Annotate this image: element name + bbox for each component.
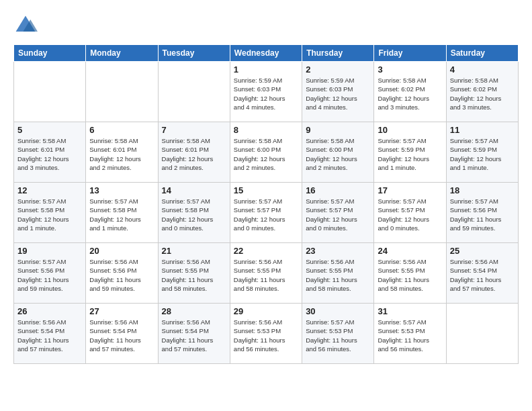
day-info: Sunrise: 5:56 AM Sunset: 5:55 PM Dayligh…: [162, 257, 226, 293]
day-number: 11: [450, 125, 515, 135]
calendar-day-9: 9Sunrise: 5:58 AM Sunset: 6:00 PM Daylig…: [302, 122, 374, 183]
day-info: Sunrise: 5:57 AM Sunset: 5:56 PM Dayligh…: [450, 197, 515, 232]
weekday-header-sunday: Sunday: [14, 45, 86, 62]
weekday-header-friday: Friday: [374, 45, 446, 62]
day-info: Sunrise: 5:58 AM Sunset: 6:02 PM Dayligh…: [378, 76, 442, 111]
calendar-day-13: 13Sunrise: 5:57 AM Sunset: 5:58 PM Dayli…: [86, 183, 158, 243]
weekday-header-thursday: Thursday: [302, 45, 374, 62]
calendar-empty-cell: [446, 304, 518, 364]
day-number: 18: [450, 185, 515, 195]
calendar-day-30: 30Sunrise: 5:57 AM Sunset: 5:53 PM Dayli…: [302, 304, 374, 364]
page-header: [13, 13, 519, 38]
day-number: 3: [378, 64, 442, 75]
calendar-empty-cell: [158, 62, 230, 122]
day-number: 19: [17, 246, 82, 256]
day-info: Sunrise: 5:57 AM Sunset: 5:57 PM Dayligh…: [234, 197, 298, 232]
calendar-day-22: 22Sunrise: 5:56 AM Sunset: 5:55 PM Dayli…: [230, 243, 302, 304]
day-info: Sunrise: 5:57 AM Sunset: 5:59 PM Dayligh…: [378, 136, 442, 172]
calendar-day-20: 20Sunrise: 5:56 AM Sunset: 5:56 PM Dayli…: [86, 243, 158, 304]
calendar-day-28: 28Sunrise: 5:56 AM Sunset: 5:54 PM Dayli…: [158, 304, 230, 364]
day-info: Sunrise: 5:59 AM Sunset: 6:03 PM Dayligh…: [306, 76, 370, 111]
day-info: Sunrise: 5:56 AM Sunset: 5:55 PM Dayligh…: [378, 257, 442, 293]
day-info: Sunrise: 5:58 AM Sunset: 6:02 PM Dayligh…: [450, 76, 515, 111]
day-info: Sunrise: 5:57 AM Sunset: 5:58 PM Dayligh…: [89, 197, 154, 232]
day-number: 15: [234, 185, 298, 195]
calendar-week-row: 12Sunrise: 5:57 AM Sunset: 5:58 PM Dayli…: [14, 183, 519, 243]
day-info: Sunrise: 5:57 AM Sunset: 5:53 PM Dayligh…: [306, 318, 370, 353]
calendar-week-row: 19Sunrise: 5:57 AM Sunset: 5:56 PM Dayli…: [14, 243, 519, 304]
day-number: 23: [306, 246, 370, 256]
weekday-header-row: SundayMondayTuesdayWednesdayThursdayFrid…: [14, 45, 519, 62]
day-info: Sunrise: 5:58 AM Sunset: 6:00 PM Dayligh…: [306, 136, 370, 172]
day-info: Sunrise: 5:57 AM Sunset: 5:56 PM Dayligh…: [17, 257, 82, 293]
day-info: Sunrise: 5:56 AM Sunset: 5:53 PM Dayligh…: [234, 318, 298, 353]
weekday-header-wednesday: Wednesday: [230, 45, 302, 62]
calendar-week-row: 5Sunrise: 5:58 AM Sunset: 6:01 PM Daylig…: [14, 122, 519, 183]
logo-icon: [13, 13, 38, 38]
day-info: Sunrise: 5:56 AM Sunset: 5:54 PM Dayligh…: [162, 318, 226, 353]
calendar-week-row: 1Sunrise: 5:59 AM Sunset: 6:03 PM Daylig…: [14, 62, 519, 122]
day-info: Sunrise: 5:56 AM Sunset: 5:54 PM Dayligh…: [450, 257, 515, 293]
calendar-empty-cell: [86, 62, 158, 122]
day-number: 10: [378, 125, 442, 135]
day-number: 22: [234, 246, 298, 256]
day-number: 17: [378, 185, 442, 195]
day-number: 1: [234, 64, 298, 75]
calendar-day-3: 3Sunrise: 5:58 AM Sunset: 6:02 PM Daylig…: [374, 62, 446, 122]
day-info: Sunrise: 5:57 AM Sunset: 5:59 PM Dayligh…: [450, 136, 515, 172]
calendar-day-12: 12Sunrise: 5:57 AM Sunset: 5:58 PM Dayli…: [14, 183, 86, 243]
day-number: 24: [378, 246, 442, 256]
calendar-table: SundayMondayTuesdayWednesdayThursdayFrid…: [13, 44, 519, 364]
day-info: Sunrise: 5:56 AM Sunset: 5:55 PM Dayligh…: [306, 257, 370, 293]
calendar-week-row: 26Sunrise: 5:56 AM Sunset: 5:54 PM Dayli…: [14, 304, 519, 364]
day-number: 26: [17, 306, 82, 316]
calendar-day-24: 24Sunrise: 5:56 AM Sunset: 5:55 PM Dayli…: [374, 243, 446, 304]
day-info: Sunrise: 5:57 AM Sunset: 5:58 PM Dayligh…: [162, 197, 226, 232]
day-number: 31: [378, 306, 442, 316]
calendar-day-14: 14Sunrise: 5:57 AM Sunset: 5:58 PM Dayli…: [158, 183, 230, 243]
calendar-day-16: 16Sunrise: 5:57 AM Sunset: 5:57 PM Dayli…: [302, 183, 374, 243]
day-info: Sunrise: 5:58 AM Sunset: 6:00 PM Dayligh…: [234, 136, 298, 172]
calendar-day-19: 19Sunrise: 5:57 AM Sunset: 5:56 PM Dayli…: [14, 243, 86, 304]
day-number: 28: [162, 306, 226, 316]
day-info: Sunrise: 5:58 AM Sunset: 6:01 PM Dayligh…: [17, 136, 82, 172]
day-number: 14: [162, 185, 226, 195]
day-number: 5: [17, 125, 82, 135]
day-number: 8: [234, 125, 298, 135]
day-number: 7: [162, 125, 226, 135]
day-info: Sunrise: 5:57 AM Sunset: 5:57 PM Dayligh…: [378, 197, 442, 232]
day-info: Sunrise: 5:57 AM Sunset: 5:57 PM Dayligh…: [306, 197, 370, 232]
calendar-day-8: 8Sunrise: 5:58 AM Sunset: 6:00 PM Daylig…: [230, 122, 302, 183]
calendar-day-27: 27Sunrise: 5:56 AM Sunset: 5:54 PM Dayli…: [86, 304, 158, 364]
logo: [13, 13, 40, 38]
day-info: Sunrise: 5:57 AM Sunset: 5:53 PM Dayligh…: [378, 318, 442, 353]
calendar-day-7: 7Sunrise: 5:58 AM Sunset: 6:01 PM Daylig…: [158, 122, 230, 183]
day-number: 20: [89, 246, 154, 256]
day-number: 16: [306, 185, 370, 195]
calendar-empty-cell: [14, 62, 86, 122]
day-number: 4: [450, 64, 515, 75]
calendar-day-11: 11Sunrise: 5:57 AM Sunset: 5:59 PM Dayli…: [446, 122, 518, 183]
day-number: 9: [306, 125, 370, 135]
weekday-header-saturday: Saturday: [446, 45, 518, 62]
calendar-day-5: 5Sunrise: 5:58 AM Sunset: 6:01 PM Daylig…: [14, 122, 86, 183]
calendar-day-25: 25Sunrise: 5:56 AM Sunset: 5:54 PM Dayli…: [446, 243, 518, 304]
calendar-day-18: 18Sunrise: 5:57 AM Sunset: 5:56 PM Dayli…: [446, 183, 518, 243]
calendar-day-21: 21Sunrise: 5:56 AM Sunset: 5:55 PM Dayli…: [158, 243, 230, 304]
day-number: 12: [17, 185, 82, 195]
calendar-day-6: 6Sunrise: 5:58 AM Sunset: 6:01 PM Daylig…: [86, 122, 158, 183]
calendar-day-31: 31Sunrise: 5:57 AM Sunset: 5:53 PM Dayli…: [374, 304, 446, 364]
calendar-day-17: 17Sunrise: 5:57 AM Sunset: 5:57 PM Dayli…: [374, 183, 446, 243]
day-number: 6: [89, 125, 154, 135]
day-info: Sunrise: 5:56 AM Sunset: 5:54 PM Dayligh…: [89, 318, 154, 353]
day-number: 29: [234, 306, 298, 316]
calendar-day-26: 26Sunrise: 5:56 AM Sunset: 5:54 PM Dayli…: [14, 304, 86, 364]
calendar-day-23: 23Sunrise: 5:56 AM Sunset: 5:55 PM Dayli…: [302, 243, 374, 304]
weekday-header-tuesday: Tuesday: [158, 45, 230, 62]
weekday-header-monday: Monday: [86, 45, 158, 62]
calendar-day-2: 2Sunrise: 5:59 AM Sunset: 6:03 PM Daylig…: [302, 62, 374, 122]
day-number: 2: [306, 64, 370, 75]
calendar-day-29: 29Sunrise: 5:56 AM Sunset: 5:53 PM Dayli…: [230, 304, 302, 364]
calendar-day-10: 10Sunrise: 5:57 AM Sunset: 5:59 PM Dayli…: [374, 122, 446, 183]
calendar-day-15: 15Sunrise: 5:57 AM Sunset: 5:57 PM Dayli…: [230, 183, 302, 243]
